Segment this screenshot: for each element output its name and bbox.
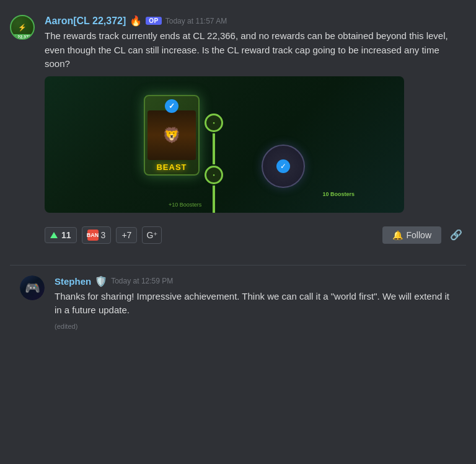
divider xyxy=(10,265,466,265)
add-reaction-icon: G⁺ xyxy=(146,230,157,240)
follow-button[interactable]: 🔔 Follow xyxy=(382,226,441,244)
game-screenshot: ✓ 🦁 BEAST ● ● ✓ xyxy=(45,76,404,213)
link-button[interactable]: 🔗 xyxy=(446,225,466,245)
node-mid: ● xyxy=(205,166,223,184)
timestamp: Today at 11:57 AM xyxy=(165,17,227,25)
node-connector-1 xyxy=(213,133,215,164)
beast-card: ✓ 🦁 BEAST xyxy=(144,95,200,176)
edited-label: (edited) xyxy=(55,323,456,330)
upvote-count: 11 xyxy=(61,230,71,240)
stephen-message: 🎮 Stephen 🛡️ Today at 12:59 PM Thanks fo… xyxy=(20,275,456,330)
upvote-button[interactable]: 11 xyxy=(45,227,77,243)
node-top: ● xyxy=(205,114,223,132)
username: Aaron[CL 22,372] xyxy=(45,16,126,27)
message-text: The rewards track currently ends at CL 2… xyxy=(45,29,466,71)
message-body: Aaron[CL 22,372] 🔥 OP Today at 11:57 AM … xyxy=(45,15,466,218)
avatar: ⚡ 22,372 xyxy=(10,15,35,40)
follow-label: Follow xyxy=(407,230,431,240)
ban-emoji: BAN xyxy=(87,230,99,241)
stephen-username: Stephen xyxy=(55,276,91,287)
level-badge: 22,372 xyxy=(12,34,33,40)
track-nodes: ● ● ✓ xyxy=(203,114,225,213)
game-scene: ✓ 🦁 BEAST ● ● ✓ xyxy=(45,76,404,213)
stephen-avatar-inner: 🎮 xyxy=(20,275,45,300)
add-reaction-button[interactable]: G⁺ xyxy=(142,226,162,244)
bell-icon: 🔔 xyxy=(392,230,403,240)
reaction-bar: 11 BAN 3 +7 G⁺ 🔔 Follow 🔗 xyxy=(45,220,466,250)
second-message-wrapper: 🎮 Stephen 🛡️ Today at 12:59 PM Thanks fo… xyxy=(10,270,466,337)
link-icon: 🔗 xyxy=(450,229,462,241)
stephen-message-header: Stephen 🛡️ Today at 12:59 PM xyxy=(55,275,456,287)
booster-label: 10 Boosters xyxy=(322,191,355,197)
upvote-icon xyxy=(50,232,58,238)
message-header: Aaron[CL 22,372] 🔥 OP Today at 11:57 AM xyxy=(45,15,466,27)
booster-check-icon: ✓ xyxy=(276,159,290,173)
stephen-message-body: Stephen 🛡️ Today at 12:59 PM Thanks for … xyxy=(55,275,456,330)
bottom-info-label: +10 Boosters xyxy=(169,202,201,208)
mod-badge-icon: 🛡️ xyxy=(95,275,107,287)
stephen-message-text: Thanks for sharing! Impressive achieveme… xyxy=(55,290,456,318)
message-list: ⚡ 22,372 Aaron[CL 22,372] 🔥 OP Today at … xyxy=(0,10,476,342)
ban-reaction[interactable]: BAN 3 xyxy=(82,226,112,244)
card-label: BEAST xyxy=(156,163,187,172)
booster-orb: ✓ xyxy=(262,145,305,188)
node-connector-2 xyxy=(213,185,215,213)
stephen-timestamp: Today at 12:59 PM xyxy=(111,277,173,285)
stephen-avatar: 🎮 xyxy=(20,275,45,300)
ban-count: 3 xyxy=(101,230,106,240)
card-check-icon: ✓ xyxy=(165,99,178,113)
aaron-message: ⚡ 22,372 Aaron[CL 22,372] 🔥 OP Today at … xyxy=(10,15,466,218)
op-badge: OP xyxy=(146,17,161,25)
user-emoji: 🔥 xyxy=(130,15,142,27)
more-reactions-button[interactable]: +7 xyxy=(116,227,137,243)
